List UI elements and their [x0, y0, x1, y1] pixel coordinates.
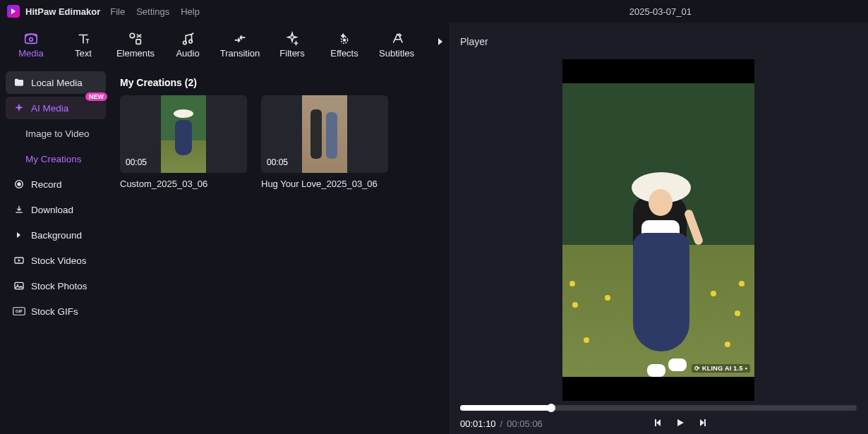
- tabs-expand-arrow-icon[interactable]: [437, 37, 444, 49]
- play-icon: [675, 418, 685, 428]
- current-time: 00:01:10: [460, 418, 496, 429]
- seek-progress: [460, 405, 551, 411]
- thumbnail-image: [161, 95, 206, 173]
- sidebar-item-label: Stock GIFs: [31, 306, 78, 317]
- menu-settings[interactable]: Settings: [136, 6, 169, 17]
- sidebar-item-local-media[interactable]: Local Media: [6, 71, 106, 94]
- sidebar-item-background[interactable]: Background: [6, 224, 106, 246]
- next-frame-button[interactable]: [698, 418, 708, 430]
- tab-subtitles-label: Subtitles: [379, 48, 414, 59]
- tab-elements-label: Elements: [116, 48, 155, 59]
- sidebar-item-record[interactable]: Record: [6, 173, 106, 195]
- sidebar-item-label: Image to Video: [25, 128, 90, 139]
- tab-transition[interactable]: Transition: [215, 27, 265, 61]
- sidebar-item-label: Download: [31, 205, 73, 215]
- svg-point-7: [344, 39, 346, 41]
- svg-point-5: [189, 40, 193, 43]
- sidebar-item-stock-videos[interactable]: Stock Videos: [6, 249, 106, 272]
- gif-icon: GIF: [13, 306, 25, 316]
- duration-badge: 00:05: [267, 157, 288, 167]
- creation-thumbnail[interactable]: 00:05: [261, 95, 388, 173]
- creation-thumbnail[interactable]: 00:05: [120, 95, 247, 173]
- app-name: HitPaw Edimakor: [25, 6, 100, 17]
- download-icon: [13, 204, 25, 215]
- tab-text-label: Text: [75, 48, 92, 59]
- svg-rect-11: [15, 282, 23, 289]
- audio-icon: [179, 30, 196, 48]
- sidebar-item-stock-gifs[interactable]: GIF Stock GIFs: [6, 300, 106, 323]
- player-timeline: 00:01:10 / 00:05:06: [449, 399, 868, 434]
- titlebar: HitPaw Edimakor File Settings Help 2025-…: [0, 0, 868, 23]
- sidebar-item-stock-photos[interactable]: Stock Photos: [6, 275, 106, 297]
- seek-bar[interactable]: [460, 405, 857, 411]
- subtitles-icon: [388, 30, 405, 48]
- folder-icon: [13, 77, 25, 88]
- media-icon: [23, 30, 40, 48]
- svg-point-4: [183, 41, 187, 44]
- new-badge: NEW: [85, 92, 107, 101]
- sidebar-item-download[interactable]: Download: [6, 198, 106, 221]
- seek-handle[interactable]: [547, 404, 555, 412]
- transition-icon: [231, 30, 248, 48]
- creation-card[interactable]: 00:05 Hug Your Love_2025_03_06: [261, 95, 388, 189]
- svg-point-1: [30, 38, 33, 42]
- svg-point-9: [18, 183, 20, 186]
- step-back-icon: [653, 418, 663, 428]
- sidebar-item-label: Stock Photos: [31, 281, 88, 291]
- preview-area: ⟳ KLING AI 1.5 ▪: [449, 61, 868, 399]
- creations-grid: 00:05 Custom_2025_03_06 00:05 Hug Your L…: [120, 95, 440, 189]
- time-separator: /: [500, 418, 503, 429]
- effects-icon: [336, 30, 353, 48]
- photo-icon: [13, 280, 25, 291]
- duration-badge: 00:05: [126, 157, 147, 167]
- tab-audio-label: Audio: [176, 48, 199, 59]
- tab-media[interactable]: Media: [6, 27, 56, 61]
- video-stage[interactable]: ⟳ KLING AI 1.5 ▪: [562, 59, 754, 401]
- sparkle-icon: [13, 102, 25, 114]
- sidebar-item-label: Record: [31, 179, 62, 190]
- project-name: 2025-03-07_01: [629, 6, 692, 17]
- player-panel: Player: [448, 23, 868, 434]
- step-forward-icon: [698, 418, 708, 428]
- left-panel: Media Text Elements Audio: [0, 23, 448, 434]
- creation-card[interactable]: 00:05 Custom_2025_03_06: [120, 95, 247, 189]
- watermark-badge: ⟳ KLING AI 1.5 ▪: [692, 364, 750, 373]
- tab-text[interactable]: Text: [58, 27, 109, 61]
- tab-elements[interactable]: Elements: [110, 27, 161, 61]
- total-time: 00:05:06: [507, 418, 543, 429]
- creation-name: Hug Your Love_2025_03_06: [261, 179, 388, 189]
- sidebar-item-label: Background: [31, 230, 82, 241]
- text-icon: [75, 30, 92, 48]
- svg-text:GIF: GIF: [16, 309, 23, 313]
- tab-filters[interactable]: Filters: [267, 27, 318, 61]
- tab-filters-label: Filters: [279, 48, 304, 59]
- tab-subtitles[interactable]: Subtitles: [371, 27, 422, 61]
- sidebar-item-label: Local Media: [31, 78, 83, 88]
- prev-frame-button[interactable]: [653, 418, 663, 430]
- content-area: My Creations (2) 00:05 Custom_2025_03_06: [111, 68, 448, 434]
- video-frame: ⟳ KLING AI 1.5 ▪: [562, 83, 754, 377]
- sidebar-item-ai-media[interactable]: AI Media NEW: [6, 97, 106, 119]
- sidebar-item-label: AI Media: [31, 103, 68, 114]
- menu-help[interactable]: Help: [181, 6, 200, 17]
- svg-point-2: [130, 33, 134, 37]
- filters-icon: [284, 30, 301, 48]
- sidebar-item-image-to-video[interactable]: Image to Video: [6, 122, 106, 145]
- menu-file[interactable]: File: [110, 6, 125, 17]
- sidebar-item-my-creations[interactable]: My Creations: [6, 147, 106, 170]
- elements-icon: [127, 30, 144, 48]
- chevron-right-icon: [13, 231, 25, 239]
- source-sidebar: Local Media AI Media NEW Image to Video …: [0, 68, 111, 434]
- play-button[interactable]: [675, 418, 685, 430]
- sidebar-item-label: My Creations: [25, 154, 82, 164]
- sidebar-item-label: Stock Videos: [31, 255, 87, 266]
- tab-effects-label: Effects: [330, 48, 358, 59]
- tab-transition-label: Transition: [220, 48, 260, 59]
- creation-name: Custom_2025_03_06: [120, 179, 247, 189]
- tab-effects[interactable]: Effects: [319, 27, 370, 61]
- section-title: My Creations (2): [120, 77, 440, 88]
- tab-audio[interactable]: Audio: [162, 27, 213, 61]
- svg-rect-3: [136, 40, 140, 44]
- app-logo: [7, 5, 20, 18]
- tab-media-label: Media: [18, 48, 43, 59]
